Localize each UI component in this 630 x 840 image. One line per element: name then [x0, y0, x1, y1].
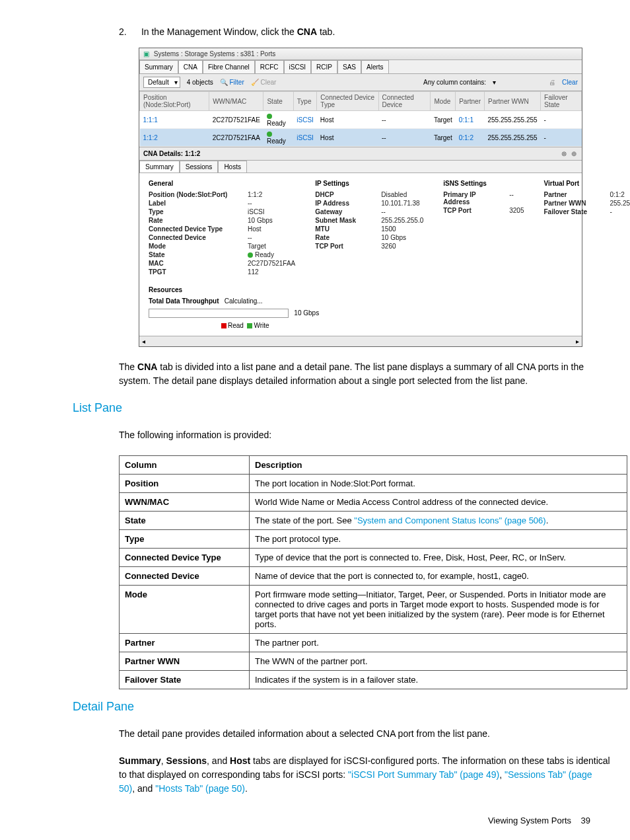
throughput-value: Calculating... [225, 297, 263, 305]
dp-bold-host: Host [230, 755, 250, 766]
throughput-label: Total Data Throughput [149, 297, 219, 305]
doc-col-desc: World Wide Name or Media Access Control … [250, 493, 627, 512]
step-text-b: tab. [317, 26, 335, 37]
doc-col-name: Failover State [120, 671, 250, 689]
scrollbar-footer[interactable]: ◂ ▸ [139, 336, 582, 346]
app-screenshot: ▣ Systems : Storage Systems : s381 : Por… [139, 48, 582, 347]
tab-summary[interactable]: Summary [139, 60, 178, 73]
detail-tab-summary[interactable]: Summary [139, 161, 180, 172]
step-line: 2. In the Management Window, click the C… [119, 26, 610, 37]
list-pane-heading: List Pane [73, 401, 610, 415]
detail-header: CNA Details: 1:1:2 ⊗ ⊕ [139, 147, 582, 161]
kv-row: Rate10 Gbps [315, 234, 423, 241]
detail-title: CNA Details: 1:1:2 [143, 150, 200, 157]
kv-row: StateReady [149, 251, 295, 258]
grid-header[interactable]: Mode [431, 92, 456, 111]
detail-tab-sessions[interactable]: Sessions [180, 161, 219, 172]
object-count: 4 objects [187, 79, 213, 86]
dp-comma2: , and [132, 783, 155, 794]
doc-col-name: WWN/MAC [120, 493, 250, 512]
throughput-max: 10 Gbps [294, 309, 319, 317]
right-clear-link[interactable]: Clear [562, 79, 578, 86]
detail-header-icons[interactable]: ⊗ ⊕ [561, 150, 578, 157]
grid-header[interactable]: Connected Device [378, 92, 431, 111]
tab-fibre-channel[interactable]: Fibre Channel [203, 60, 255, 73]
grid-header[interactable]: State [263, 92, 293, 111]
legend-write: Write [254, 322, 269, 329]
para-cna-desc: The CNA tab is divided into a list pane … [119, 360, 610, 388]
dp-bold-summary: Summary [119, 755, 161, 766]
status-icons-link[interactable]: "System and Component Status Icons" (pag… [354, 515, 545, 525]
link-hosts-tab[interactable]: "Hosts Tab" (page 50) [155, 783, 245, 794]
doc-col-name: Position [120, 475, 250, 493]
grid-header[interactable]: Partner WWN [485, 92, 541, 111]
anycol-dropdown-icon[interactable]: ▾ [493, 79, 496, 86]
doc-table-row: StateThe state of the port. See "System … [120, 512, 627, 530]
tab-cna[interactable]: CNA [178, 60, 203, 73]
tab-sas[interactable]: SAS [337, 60, 361, 73]
grid-header[interactable]: Connected Device Type [317, 92, 378, 111]
clear-link[interactable]: 🧹 Clear [251, 79, 277, 86]
kv-row: Label-- [149, 200, 295, 207]
kv-row: ModeTarget [149, 243, 295, 250]
doc-table-row: PositionThe port location in Node:Slot:P… [120, 475, 627, 493]
tab-rcip[interactable]: RCIP [311, 60, 337, 73]
kv-row: MTU1500 [315, 225, 423, 233]
doc-col-name: Connected Device [120, 567, 250, 586]
app-icon: ▣ [143, 50, 149, 57]
vport-title: Virtual Port [543, 180, 630, 187]
scroll-right-icon[interactable]: ▸ [576, 338, 579, 345]
doc-col-name: Partner WWN [120, 652, 250, 671]
filter-dropdown-label: Default [148, 79, 169, 86]
table-row[interactable]: 1:1:12C27D7521FAEReadyiSCSIHost--Target0… [140, 111, 582, 129]
kv-row: TCP Port3205 [443, 207, 524, 214]
filter-link[interactable]: 🔍 Filter [220, 79, 244, 86]
doc-table-row: Failover StateIndicates if the system is… [120, 671, 627, 689]
kv-row: Position (Node:Slot:Port)1:1:2 [149, 191, 295, 198]
doc-table-row: PartnerThe partner port. [120, 634, 627, 652]
doc-col-desc: Name of device that the port is connecte… [250, 567, 627, 586]
kv-row: Connected Device-- [149, 234, 295, 241]
dp-sep2: , and [207, 755, 230, 766]
filter-dropdown[interactable]: Default ▾ [143, 77, 180, 88]
chevron-down-icon: ▾ [174, 79, 178, 86]
window-title: Systems : Storage Systems : s381 : Ports [154, 50, 276, 57]
page-footer: Viewing System Ports 39 [20, 816, 610, 825]
grid-header[interactable]: Failover State [541, 92, 582, 111]
clear-link-label: Clear [261, 79, 277, 86]
dp-sep1: , [161, 755, 166, 766]
legend-read-swatch [221, 323, 227, 328]
tab-iscsi[interactable]: iSCSI [284, 60, 312, 73]
detail-tabs: SummarySessionsHosts [139, 161, 582, 173]
tab-rcfc[interactable]: RCFC [255, 60, 284, 73]
kv-row: TCP Port3260 [315, 243, 423, 250]
doc-col-desc: Port firmware mode setting—Initiator, Ta… [250, 586, 627, 634]
general-title: General [149, 180, 295, 187]
printer-icon[interactable]: 🖨 [549, 79, 555, 86]
tab-alerts[interactable]: Alerts [361, 60, 389, 73]
doc-table-row: Connected DeviceName of device that the … [120, 567, 627, 586]
doc-col-name: Type [120, 530, 250, 549]
filter-link-label: Filter [230, 79, 244, 86]
grid-header[interactable]: WWN/MAC [209, 92, 263, 111]
kv-row: IP Address10.101.71.38 [315, 200, 423, 207]
detail-tab-hosts[interactable]: Hosts [218, 161, 247, 172]
doc-table-row: WWN/MACWorld Wide Name or Media Access C… [120, 493, 627, 512]
doc-col-name: Partner [120, 634, 250, 652]
doc-col-desc: The WWN of the partner port. [250, 652, 627, 671]
col-header-description: Description [250, 456, 627, 475]
grid-header[interactable]: Type [293, 92, 317, 111]
link-iscsi-summary[interactable]: "iSCSI Port Summary Tab" (page 49) [348, 769, 499, 780]
kv-row: DHCPDisabled [315, 191, 423, 198]
throughput-bar [149, 309, 289, 318]
step-number: 2. [119, 26, 139, 37]
doc-col-desc: The port location in Node:Slot:Port form… [250, 475, 627, 493]
doc-table-row: Connected Device TypeType of device that… [120, 549, 627, 567]
kv-row: Subnet Mask255.255.255.0 [315, 217, 423, 224]
resources-title: Resources [149, 286, 573, 293]
grid-header[interactable]: Partner [456, 92, 485, 111]
detail-pane-p2: Summary, Sessions, and Host tabs are dis… [119, 754, 610, 796]
grid-header[interactable]: Position (Node:Slot:Port) [140, 92, 209, 111]
table-row[interactable]: 1:1:22C27D7521FAAReadyiSCSIHost--Target0… [140, 129, 582, 147]
doc-table-row: TypeThe port protocol type. [120, 530, 627, 549]
